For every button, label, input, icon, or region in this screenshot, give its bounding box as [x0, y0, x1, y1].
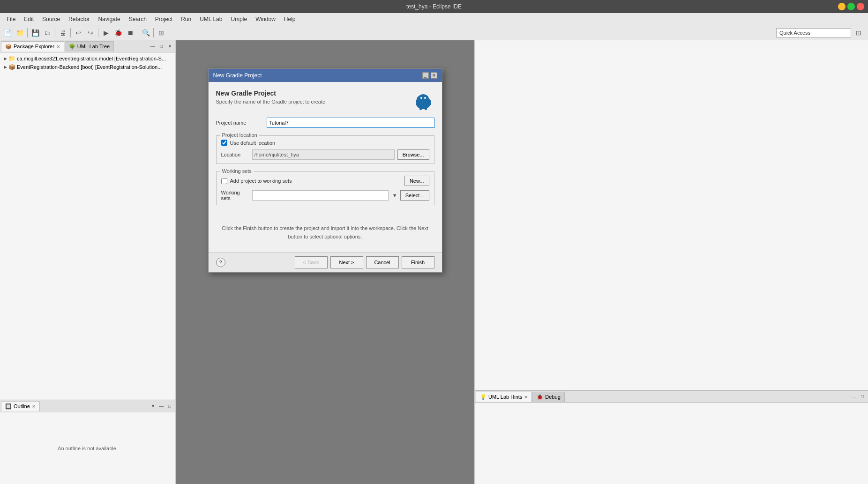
menu-umple[interactable]: Umple	[227, 15, 251, 24]
menu-file[interactable]: File	[3, 15, 19, 24]
select-working-set-button[interactable]: Select...	[400, 190, 429, 201]
outline-message: An outline is not available.	[58, 446, 118, 451]
minimize-button[interactable]	[838, 3, 846, 10]
toolbar-print[interactable]: 🖨	[57, 27, 68, 38]
svg-point-5	[428, 100, 431, 105]
outline-tab-bar: 🔲 Outline ✕ ▾ — □	[0, 400, 175, 412]
location-input[interactable]	[252, 149, 395, 160]
toolbar-new[interactable]: 📄	[2, 27, 13, 38]
left-panel-menu[interactable]: ▾	[166, 43, 173, 50]
menu-umllab[interactable]: UML Lab	[196, 15, 226, 24]
uml-lab-tree-icon: 🌳	[69, 44, 75, 50]
tab-package-explorer[interactable]: 📦 Package Explorer ✕	[1, 41, 64, 52]
toolbar-search[interactable]: 🔍	[140, 27, 151, 38]
use-default-location-label[interactable]: Use default location	[230, 140, 276, 146]
toolbar-sep-2	[55, 28, 55, 37]
bottom-content	[475, 403, 868, 484]
tab-uml-lab-hints-close[interactable]: ✕	[524, 395, 528, 400]
bottom-panel-maximize[interactable]: □	[859, 393, 866, 401]
menu-window[interactable]: Window	[252, 15, 279, 24]
tree-item-backend[interactable]: ▶ 📦 EventRegistration-Backend [boot] [Ev…	[2, 63, 173, 71]
right-bottom-area: 💡 UML Lab Hints ✕ 🐞 Debug — □	[475, 390, 868, 484]
modal-body: New Gradle Project Specify the name of t…	[209, 82, 442, 252]
modal-header-subtitle: Specify the name of the Gradle project t…	[216, 99, 327, 104]
toolbar-sep-5	[138, 28, 138, 37]
menu-source[interactable]: Source	[38, 15, 64, 24]
working-sets-group: Working sets Add project to working sets…	[216, 171, 434, 205]
tree-item-model[interactable]: ▶ 📁 ca.mcgill.ecse321.eventregistration.…	[2, 54, 173, 63]
menu-navigate[interactable]: Navigate	[94, 15, 124, 24]
center-area: New Gradle Project _ ✕ New Gradle Projec…	[176, 40, 474, 484]
toolbar-save[interactable]: 💾	[30, 27, 41, 38]
toolbar-undo[interactable]: ↩	[73, 27, 84, 38]
tab-uml-lab-tree-label: UML Lab Tree	[77, 44, 110, 49]
menu-help[interactable]: Help	[280, 15, 299, 24]
toolbar-run[interactable]: ▶	[100, 27, 112, 38]
tab-outline-close[interactable]: ✕	[32, 404, 36, 409]
menu-search[interactable]: Search	[125, 15, 150, 24]
menu-edit[interactable]: Edit	[20, 15, 37, 24]
add-to-working-sets-row: Add project to working sets New...	[221, 176, 429, 186]
outline-icon: 🔲	[5, 403, 12, 410]
main-layout: 📦 Package Explorer ✕ 🌳 UML Lab Tree — □ …	[0, 40, 868, 484]
menu-refactor[interactable]: Refactor	[65, 15, 93, 24]
help-button[interactable]: ?	[216, 258, 225, 267]
modal-title-controls: _ ✕	[422, 72, 437, 79]
cancel-button[interactable]: Cancel	[366, 256, 399, 268]
finish-button[interactable]: Finish	[402, 256, 434, 268]
cancel-label: Cancel	[374, 260, 390, 265]
back-button[interactable]: < Back	[295, 256, 328, 268]
outline-panel-menu[interactable]: ▾	[149, 402, 157, 410]
use-default-location-row: Use default location	[221, 140, 429, 146]
left-panel: 📦 Package Explorer ✕ 🌳 UML Lab Tree — □ …	[0, 40, 176, 484]
outline-panel: 🔲 Outline ✕ ▾ — □ An outline is not avai…	[0, 400, 175, 484]
project-location-group: Project location Use default location Lo…	[216, 135, 434, 164]
left-panel-maximize[interactable]: □	[157, 43, 165, 50]
modal-close-btn[interactable]: ✕	[431, 72, 437, 79]
toolbar-open[interactable]: 📁	[14, 27, 25, 38]
menu-project[interactable]: Project	[151, 15, 176, 24]
tab-debug-label: Debug	[545, 394, 560, 400]
outline-content: An outline is not available.	[0, 412, 175, 484]
outline-panel-maximize[interactable]: □	[166, 402, 173, 410]
maximize-button[interactable]	[847, 3, 855, 10]
working-sets-field-label: Working sets	[221, 190, 249, 201]
quick-access-input[interactable]: Quick Access	[776, 28, 851, 37]
toolbar-stop[interactable]: ⏹	[125, 27, 136, 38]
project-name-input[interactable]	[267, 118, 434, 128]
toolbar-debug[interactable]: 🐞	[112, 27, 124, 38]
package-explorer-icon: 📦	[5, 44, 12, 50]
working-sets-dropdown-arrow[interactable]: ▼	[392, 193, 397, 198]
toolbar-perspectives[interactable]: ⊡	[853, 27, 864, 38]
toolbar-perspective[interactable]: ⊞	[156, 27, 167, 38]
tab-package-explorer-close[interactable]: ✕	[56, 44, 60, 49]
toolbar-save-all[interactable]: 🗂	[42, 27, 53, 38]
browse-button[interactable]: Browse...	[397, 149, 429, 160]
modal-minimize-btn[interactable]: _	[422, 72, 429, 79]
tab-uml-lab-tree[interactable]: 🌳 UML Lab Tree	[65, 41, 114, 52]
add-to-working-sets-checkbox[interactable]	[221, 178, 227, 184]
gradle-elephant-icon	[412, 89, 434, 112]
bottom-panel-minimize[interactable]: —	[850, 393, 858, 401]
location-row: Location Browse...	[221, 149, 429, 160]
modal-footer-left: ?	[216, 258, 225, 267]
menu-bar: File Edit Source Refactor Navigate Searc…	[0, 13, 868, 25]
next-button[interactable]: Next >	[330, 256, 363, 268]
left-panel-minimize[interactable]: —	[149, 43, 157, 50]
new-working-set-button[interactable]: New...	[404, 176, 429, 186]
close-button[interactable]	[857, 3, 864, 10]
toolbar-sep-1	[27, 28, 28, 37]
tab-outline[interactable]: 🔲 Outline ✕	[1, 401, 40, 411]
outline-panel-minimize[interactable]: —	[157, 402, 165, 410]
tab-debug[interactable]: 🐞 Debug	[532, 392, 564, 402]
tab-uml-lab-hints[interactable]: 💡 UML Lab Hints ✕	[476, 392, 532, 402]
add-to-working-sets-label[interactable]: Add project to working sets	[230, 178, 292, 184]
working-sets-input[interactable]	[252, 190, 389, 201]
menu-run[interactable]: Run	[177, 15, 195, 24]
project-name-row: Project name	[216, 118, 434, 128]
toolbar-redo[interactable]: ↪	[85, 27, 96, 38]
outline-tab-actions: ▾ — □	[149, 402, 174, 410]
use-default-location-checkbox[interactable]	[221, 140, 227, 146]
modal-dialog: New Gradle Project _ ✕ New Gradle Projec…	[208, 68, 442, 273]
tab-package-explorer-label: Package Explorer	[14, 44, 54, 49]
